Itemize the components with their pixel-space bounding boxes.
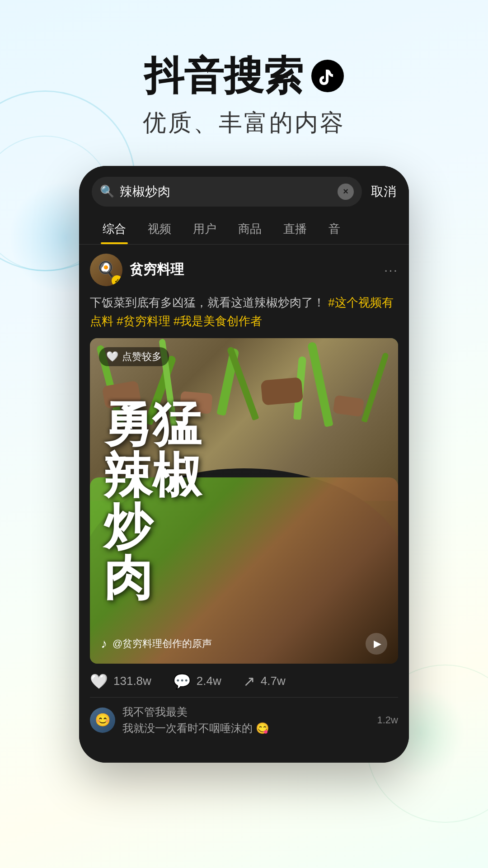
hashtag-2[interactable]: #贫穷料理 xyxy=(117,314,170,328)
shares-icon: ↗ xyxy=(243,673,255,690)
header-section: 抖音搜索 优质、丰富的内容 xyxy=(0,0,488,139)
search-input-wrapper[interactable]: 🔍 辣椒炒肉 × xyxy=(92,177,362,207)
stat-shares[interactable]: ↗ 4.7w xyxy=(243,673,286,690)
comments-count: 2.4w xyxy=(197,674,221,688)
commenter-name: 我不管我最美 xyxy=(122,705,370,719)
comment-count: 1.2w xyxy=(377,714,398,726)
search-query-text: 辣椒炒肉 xyxy=(120,183,332,200)
user-card: 🍳 ✓ 贫穷料理 ··· xyxy=(90,254,398,286)
stat-likes[interactable]: 🤍 131.8w xyxy=(90,673,151,690)
video-text-overlay: 勇猛 辣椒 炒 肉 xyxy=(90,338,398,664)
post-description: 下饭菜到底有多凶猛，就看这道辣椒炒肉了！ #这个视频有点料 #贫穷料理 #我是美… xyxy=(90,293,398,331)
play-button[interactable]: ▶ xyxy=(366,633,387,655)
search-cancel-button[interactable]: 取消 xyxy=(371,183,396,200)
audio-info: ♪ @贫穷料理创作的原声 xyxy=(101,637,212,651)
desc-main-text: 下饭菜到底有多凶猛，就看这道辣椒炒肉了！ xyxy=(90,296,325,309)
search-icon: 🔍 xyxy=(100,184,114,198)
commenter-avatar: 😊 xyxy=(90,708,115,733)
phone-mockup: 🔍 辣椒炒肉 × 取消 综合 视频 用户 商品 xyxy=(79,166,409,763)
content-area: 🍳 ✓ 贫穷料理 ··· 下饭菜到底有多凶猛，就看这道辣椒炒肉了！ #这个视频有… xyxy=(79,245,409,763)
video-overlay-line-4: 肉 xyxy=(103,552,152,603)
video-card[interactable]: 勇猛 辣椒 炒 肉 🤍 点赞较多 ♪ xyxy=(90,338,398,664)
likes-badge: 🤍 点赞较多 xyxy=(99,347,169,366)
likes-count: 131.8w xyxy=(113,674,151,688)
app-title: 抖音搜索 xyxy=(0,54,488,98)
action-stats-bar: 🤍 131.8w 💬 2.4w ↗ 4.7w xyxy=(90,664,398,697)
tab-video[interactable]: 视频 xyxy=(137,214,182,244)
tab-bar: 综合 视频 用户 商品 直播 音 xyxy=(79,214,409,245)
verified-badge: ✓ xyxy=(112,275,122,286)
likes-icon: 🤍 xyxy=(90,673,108,690)
tiktok-logo-icon xyxy=(311,60,344,92)
phone-screen: 🔍 辣椒炒肉 × 取消 综合 视频 用户 商品 xyxy=(79,166,409,763)
video-overlay-line-2: 辣椒 xyxy=(103,450,201,501)
video-overlay-line-3: 炒 xyxy=(103,501,152,552)
video-overlay-line-1: 勇猛 xyxy=(103,398,201,449)
comment-content: 我不管我最美 我就没一次看时不咽唾沫的 😋 xyxy=(122,705,370,736)
video-thumbnail: 勇猛 辣椒 炒 肉 🤍 点赞较多 ♪ xyxy=(90,338,398,664)
comment-text: 我就没一次看时不咽唾沫的 😋 xyxy=(122,721,370,736)
app-subtitle: 优质、丰富的内容 xyxy=(0,107,488,139)
audio-text: @贫穷料理创作的原声 xyxy=(113,637,212,651)
comments-icon: 💬 xyxy=(173,673,191,690)
app-title-text: 抖音搜索 xyxy=(144,54,303,98)
audio-bar: ♪ @贫穷料理创作的原声 ▶ xyxy=(90,633,398,655)
comment-preview: 😊 我不管我最美 我就没一次看时不咽唾沫的 😋 1.2w xyxy=(90,697,398,736)
tab-comprehensive[interactable]: 综合 xyxy=(92,214,137,244)
search-clear-button[interactable]: × xyxy=(338,184,354,200)
tab-user[interactable]: 用户 xyxy=(182,214,227,244)
tiktok-note-icon: ♪ xyxy=(101,637,107,651)
hashtag-3[interactable]: #我是美食创作者 xyxy=(174,314,262,328)
tab-audio[interactable]: 音 xyxy=(318,214,351,244)
tab-live[interactable]: 直播 xyxy=(272,214,318,244)
shares-count: 4.7w xyxy=(261,674,286,688)
play-icon: ▶ xyxy=(374,638,381,650)
likes-badge-text: 点赞较多 xyxy=(122,350,162,363)
user-name: 贫穷料理 xyxy=(130,260,184,279)
search-bar: 🔍 辣椒炒肉 × 取消 xyxy=(79,166,409,214)
stat-comments[interactable]: 💬 2.4w xyxy=(173,673,221,690)
user-avatar: 🍳 ✓ xyxy=(90,254,122,286)
tab-product[interactable]: 商品 xyxy=(227,214,272,244)
phone-mockup-container: 🔍 辣椒炒肉 × 取消 综合 视频 用户 商品 xyxy=(0,166,488,763)
heart-icon: 🤍 xyxy=(106,351,118,363)
more-options-button[interactable]: ··· xyxy=(384,262,398,278)
